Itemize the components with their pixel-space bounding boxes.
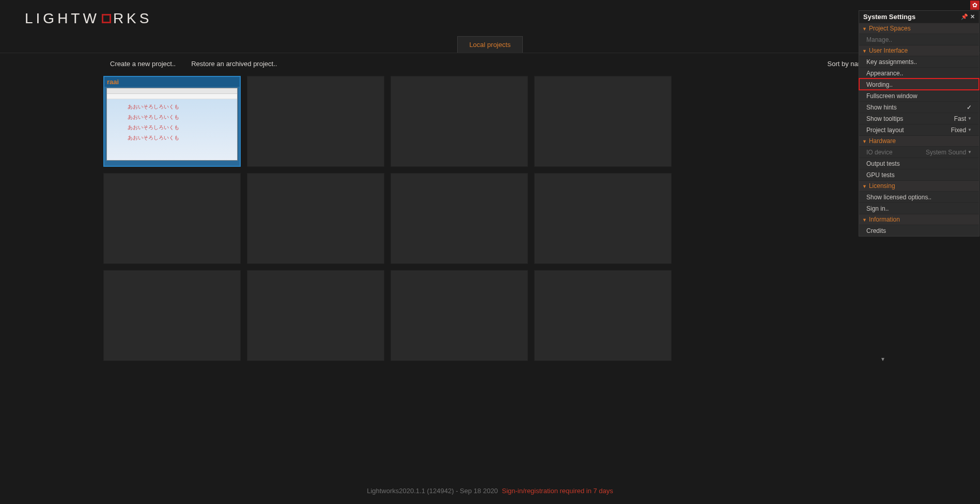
tab-bar: Local projects — [0, 36, 980, 53]
logo-o-icon — [102, 14, 111, 23]
logo-area: LIGHTW RKS — [0, 0, 980, 36]
item-project-layout[interactable]: Project layout Fixed ▼ — [859, 124, 979, 135]
tab-local-projects[interactable]: Local projects — [457, 36, 522, 53]
project-toolbar: Create a new project.. Restore an archiv… — [0, 53, 980, 72]
item-show-hints[interactable]: Show hints ✓ — [859, 101, 979, 113]
section-user-interface[interactable]: User Interface — [859, 45, 979, 56]
item-manage[interactable]: Manage.. — [859, 34, 979, 45]
project-layout-label: Project layout — [866, 127, 904, 134]
section-hardware[interactable]: Hardware — [859, 135, 979, 146]
item-show-licensed-options[interactable]: Show licensed options.. — [859, 191, 979, 202]
io-device-value: System Sound — [926, 149, 966, 156]
settings-panel-title: System Settings — [863, 13, 915, 21]
section-licensing[interactable]: Licensing — [859, 180, 979, 191]
item-sign-in[interactable]: Sign in.. — [859, 202, 979, 214]
io-device-label: IO device — [866, 149, 893, 156]
scroll-down-icon[interactable]: ▼ — [880, 356, 885, 362]
project-slot-empty[interactable] — [247, 270, 384, 361]
chevron-down-icon: ▼ — [968, 150, 972, 154]
app-logo: LIGHTW RKS — [25, 10, 980, 27]
project-layout-value: Fixed — [951, 127, 966, 134]
project-thumbnail: あおいそろしろいくも あおいそろしろいくも あおいそろしろいくも あおいそろしろ… — [106, 88, 238, 161]
restore-project-button[interactable]: Restore an archived project.. — [191, 60, 277, 68]
project-slot-empty[interactable] — [103, 173, 241, 264]
project-title: raai — [104, 77, 240, 87]
close-icon[interactable]: ✕ — [970, 13, 975, 20]
thumb-line: あおいそろしろいくも — [128, 103, 237, 111]
item-output-tests[interactable]: Output tests — [859, 158, 979, 169]
chevron-down-icon: ▼ — [968, 116, 972, 121]
item-show-tooltips[interactable]: Show tooltips Fast ▼ — [859, 113, 979, 124]
item-fullscreen-window[interactable]: Fullscreen window — [859, 90, 979, 101]
projects-grid: raai あおいそろしろいくも あおいそろしろいくも あおいそろしろいくも あお… — [103, 76, 877, 361]
item-appearance[interactable]: Appearance.. — [859, 67, 979, 78]
section-information[interactable]: Information — [859, 214, 979, 225]
logo-text-right: RKS — [113, 10, 152, 27]
project-slot-empty[interactable] — [247, 76, 384, 167]
logo-text-left: LIGHTW — [25, 10, 100, 27]
project-slot-empty[interactable] — [391, 76, 528, 167]
check-icon: ✓ — [967, 104, 972, 111]
version-text: Lightworks2020.1.1 (124942) - Sep 18 202… — [367, 487, 498, 495]
section-project-spaces[interactable]: Project Spaces — [859, 23, 979, 34]
create-project-button[interactable]: Create a new project.. — [110, 60, 176, 68]
project-slot-empty[interactable] — [534, 173, 672, 264]
project-slot-empty[interactable] — [103, 270, 241, 361]
project-slot-empty[interactable] — [391, 270, 528, 361]
settings-panel-header: System Settings 📌 ✕ — [859, 11, 979, 23]
footer: Lightworks2020.1.1 (124942) - Sep 18 202… — [0, 487, 980, 495]
project-slot-empty[interactable] — [247, 173, 384, 264]
thumb-line: あおいそろしろいくも — [128, 124, 237, 131]
project-slot-empty[interactable] — [391, 173, 528, 264]
thumb-line: あおいそろしろいくも — [128, 114, 237, 121]
item-io-device[interactable]: IO device System Sound ▼ — [859, 146, 979, 158]
chevron-down-icon: ▼ — [968, 128, 972, 132]
system-settings-panel: System Settings 📌 ✕ Project Spaces Manag… — [859, 10, 979, 237]
item-key-assignments[interactable]: Key assignments.. — [859, 56, 979, 67]
pin-icon[interactable]: 📌 — [961, 13, 968, 20]
show-hints-label: Show hints — [866, 104, 897, 111]
show-tooltips-label: Show tooltips — [866, 115, 903, 122]
settings-gear-icon[interactable]: ✿ — [970, 1, 979, 10]
show-tooltips-value: Fast — [954, 115, 966, 122]
project-slot-empty[interactable] — [534, 76, 672, 167]
project-card-raai[interactable]: raai あおいそろしろいくも あおいそろしろいくも あおいそろしろいくも あお… — [103, 76, 241, 167]
registration-warning[interactable]: Sign-in/registration required in 7 days — [502, 487, 613, 495]
thumb-line: あおいそろしろいくも — [128, 134, 237, 141]
item-wording[interactable]: Wording.. — [859, 78, 979, 90]
item-gpu-tests[interactable]: GPU tests — [859, 169, 979, 180]
item-credits[interactable]: Credits — [859, 225, 979, 236]
project-slot-empty[interactable] — [534, 270, 672, 361]
